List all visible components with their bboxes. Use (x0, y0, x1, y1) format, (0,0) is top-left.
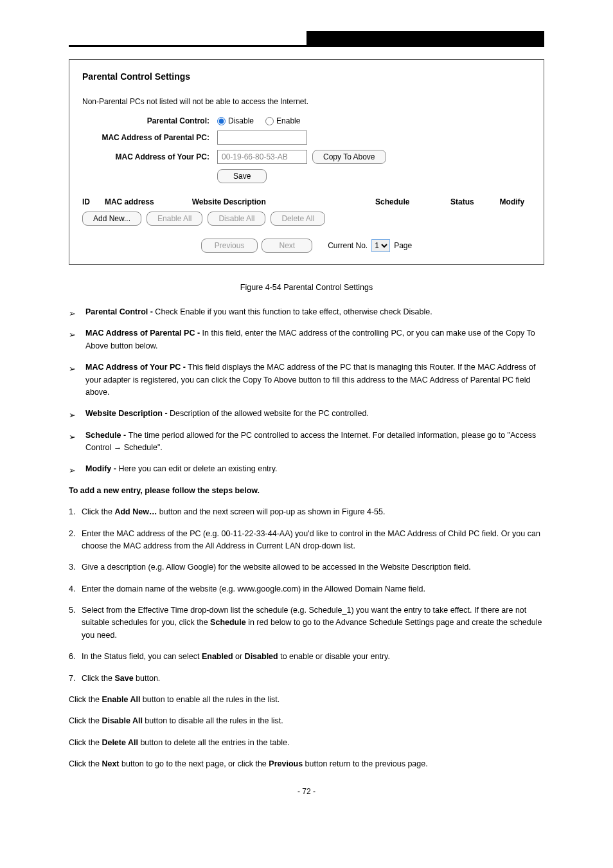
page-select[interactable]: 1 (371, 239, 390, 252)
next-button[interactable]: Next (262, 239, 312, 253)
th-mod: Modify (493, 197, 531, 206)
desc-next-prev: Click the Next button to go to the next … (69, 758, 544, 770)
bullet-icon: ➢ (69, 409, 76, 422)
input-mac-your[interactable] (217, 150, 307, 164)
radio-disable-label[interactable]: Disable (217, 116, 254, 125)
th-status: Status (431, 197, 493, 206)
pager-currentno: Current No. (328, 241, 368, 250)
copy-to-above-button[interactable]: Copy To Above (312, 150, 386, 164)
radio-enable[interactable] (265, 117, 274, 125)
header-blackbox (306, 31, 544, 45)
desc-disable-all: Click the Disable All button to disable … (69, 715, 544, 727)
settings-panel: Parental Control Settings Non-Parental P… (69, 59, 544, 265)
step-2: 2. Enter the MAC address of the PC (e.g.… (69, 528, 544, 553)
bullet-icon: ➢ (69, 431, 76, 444)
step-1: 1. Click the Add New… button and the nex… (69, 506, 544, 518)
prev-button[interactable]: Previous (201, 239, 258, 253)
th-web: Website Description (192, 197, 354, 206)
desc-delete-all: Click the Delete All button to delete al… (69, 737, 544, 749)
pager: Previous Next Current No. 1 Page (82, 239, 531, 253)
action-button-row: Add New... Enable All Disable All Delete… (82, 212, 531, 226)
step-3: 3. Give a description (e.g. Allow Google… (69, 561, 544, 574)
th-sched: Schedule (354, 197, 431, 206)
radio-enable-label[interactable]: Enable (265, 116, 300, 125)
definitions-list: ➢ Parental Control - Check Enable if you… (69, 306, 544, 476)
radio-disable[interactable] (217, 117, 226, 125)
bullet-icon: ➢ (69, 329, 76, 341)
row-parental-control: Parental Control: Disable Enable (82, 116, 531, 125)
row-mac-parent: MAC Address of Parental PC: (82, 131, 531, 145)
input-mac-parent[interactable] (217, 131, 307, 145)
add-new-button[interactable]: Add New... (82, 212, 141, 226)
label-parental-control: Parental Control: (82, 116, 217, 125)
step-7: 7. Click the Save button. (69, 673, 544, 685)
label-mac-parent: MAC Address of Parental PC: (82, 133, 217, 142)
save-button[interactable]: Save (217, 169, 267, 183)
to-add-lead: To add a new entry, please follow the st… (69, 485, 544, 497)
step-6: 6. In the Status field, you can select E… (69, 651, 544, 663)
def-modify: ➢ Modify - Here you can edit or delete a… (69, 463, 544, 475)
delete-all-button[interactable]: Delete All (271, 212, 325, 226)
table-header: ID MAC address Website Description Sched… (82, 197, 531, 206)
def-parental-control: ➢ Parental Control - Check Enable if you… (69, 306, 544, 318)
desc-enable-all: Click the Enable All button to enable al… (69, 694, 544, 706)
step-5: 5. Select from the Effective Time drop-d… (69, 604, 544, 642)
pager-page: Page (394, 241, 412, 250)
page-number: - 72 - (69, 787, 544, 796)
figure-caption: Figure 4-54 Parental Control Settings (69, 283, 544, 292)
step-4: 4. Enter the domain name of the website … (69, 583, 544, 595)
row-mac-your: MAC Address of Your PC: Copy To Above (82, 150, 531, 164)
arrow-icon: → (114, 442, 122, 455)
enable-all-button[interactable]: Enable All (147, 212, 202, 226)
bullet-icon: ➢ (69, 363, 76, 375)
panel-note: Non-Parental PCs not listed will not be … (82, 97, 531, 106)
panel-title: Parental Control Settings (82, 71, 531, 82)
def-website-desc: ➢ Website Description - Description of t… (69, 408, 544, 420)
th-mac: MAC address (105, 197, 192, 206)
def-schedule: ➢ Schedule - The time period allowed for… (69, 429, 544, 455)
def-mac-your: ➢ MAC Address of Your PC - This field di… (69, 361, 544, 399)
bullet-icon: ➢ (69, 464, 76, 477)
header-rule (69, 45, 544, 50)
label-mac-your: MAC Address of Your PC: (82, 152, 217, 161)
bullet-icon: ➢ (69, 307, 76, 320)
row-save: Save (82, 169, 531, 183)
disable-all-button[interactable]: Disable All (208, 212, 265, 226)
th-id: ID (82, 197, 105, 206)
def-mac-parent: ➢ MAC Address of Parental PC - In this f… (69, 327, 544, 352)
